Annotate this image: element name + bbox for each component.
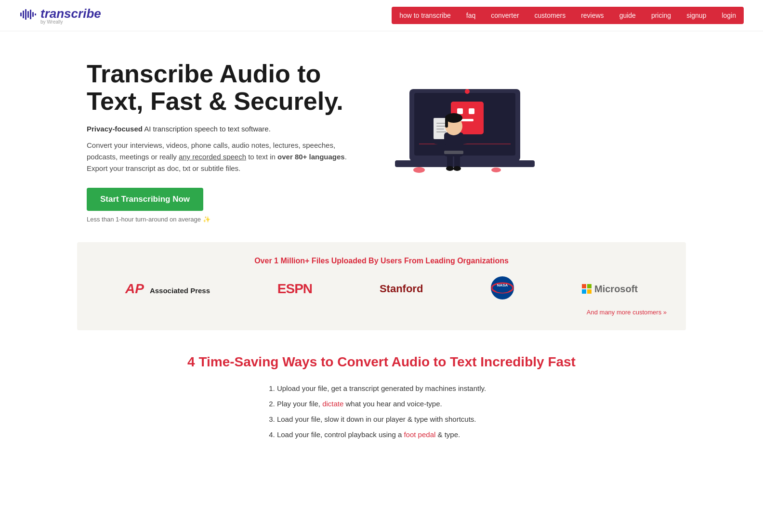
main-nav: how to transcribe faq converter customer… <box>392 7 744 24</box>
logo-nasa: NASA <box>490 276 514 302</box>
nav-item-signup[interactable]: signup <box>679 7 714 24</box>
nav-item-login[interactable]: login <box>714 7 744 24</box>
svg-rect-27 <box>444 151 463 154</box>
svg-rect-4 <box>30 10 31 19</box>
nav-item-customers[interactable]: customers <box>527 7 574 24</box>
hero-desc-bold: over 80+ languages <box>277 153 345 161</box>
svg-point-15 <box>465 89 470 94</box>
logo-icon <box>19 6 37 25</box>
logo-by: by Wreally <box>40 19 63 25</box>
hero-subtitle: Privacy-focused AI transcription speech … <box>87 125 356 133</box>
hero-description: Convert your interviews, videos, phone c… <box>87 140 356 174</box>
svg-rect-19 <box>436 129 444 130</box>
nav-item-faq[interactable]: faq <box>459 7 483 24</box>
svg-rect-20 <box>436 131 446 132</box>
foot-pedal-link[interactable]: foot pedal <box>404 430 435 439</box>
ways-section: 4 Time-Saving Ways to Convert Audio to T… <box>0 330 763 457</box>
hero-section: Transcribe Audio to Text, Fast & Securel… <box>0 31 763 242</box>
nav-item-reviews[interactable]: reviews <box>573 7 611 24</box>
svg-rect-2 <box>25 9 26 20</box>
way-item-1: Upload your file, get a transcript gener… <box>277 381 486 396</box>
way-item-4: Load your file, control playback using a… <box>277 428 486 442</box>
nav-item-pricing[interactable]: pricing <box>644 7 679 24</box>
svg-point-34 <box>491 168 501 172</box>
cta-button[interactable]: Start Transcribing Now <box>87 188 203 211</box>
logo-espn: ESPN <box>277 281 312 297</box>
header: transcribe by Wreally how to transcribe … <box>0 0 763 31</box>
hero-desc-middle: to text in <box>246 153 277 161</box>
dictate-link[interactable]: dictate <box>322 400 343 408</box>
svg-point-33 <box>413 167 425 173</box>
more-customers-link[interactable]: And many more customers » <box>96 309 667 316</box>
hero-subtitle-rest: AI transcription speech to text software… <box>143 125 271 133</box>
hero-title: Transcribe Audio to Text, Fast & Securel… <box>87 60 356 115</box>
hero-subtitle-bold: Privacy-focused <box>87 125 143 133</box>
logos-wrapper: Over 1 Million+ Files Uploaded By Users … <box>0 242 763 330</box>
logos-heading: Over 1 Million+ Files Uploaded By Users … <box>96 257 667 265</box>
ways-title: 4 Time-Saving Ways to Convert Audio to T… <box>87 354 676 370</box>
logo-ap: AP Associated Press <box>125 281 210 297</box>
hero-illustration <box>376 51 549 181</box>
svg-rect-5 <box>32 12 34 17</box>
svg-rect-12 <box>469 108 474 114</box>
svg-rect-11 <box>457 108 463 114</box>
nav-item-how-to-transcribe[interactable]: how to transcribe <box>392 7 459 24</box>
cta-note: Less than 1-hour turn-around on average … <box>87 216 356 223</box>
svg-point-25 <box>453 166 461 171</box>
way-item-2: Play your file, dictate what you hear an… <box>277 397 486 411</box>
logo-microsoft: Microsoft <box>582 284 638 295</box>
svg-rect-9 <box>395 160 535 167</box>
svg-rect-3 <box>27 11 29 18</box>
logo-link[interactable]: transcribe by Wreally <box>19 6 101 25</box>
svg-point-24 <box>446 166 454 171</box>
hero-text-block: Transcribe Audio to Text, Fast & Securel… <box>87 60 356 223</box>
svg-rect-6 <box>35 13 36 15</box>
logos-row: AP Associated Press ESPN Stanford NASA <box>96 276 667 302</box>
svg-point-38 <box>496 288 509 293</box>
ways-list: Upload your file, get a transcript gener… <box>277 381 486 443</box>
nav-item-converter[interactable]: converter <box>483 7 526 24</box>
nav-item-guide[interactable]: guide <box>612 7 644 24</box>
svg-text:NASA: NASA <box>497 283 508 287</box>
logos-section: Over 1 Million+ Files Uploaded By Users … <box>77 242 686 330</box>
svg-rect-30 <box>445 118 448 128</box>
logo-stanford: Stanford <box>380 283 423 295</box>
way-item-3: Load your file, slow it down in our play… <box>277 412 486 427</box>
svg-rect-1 <box>23 11 24 18</box>
svg-rect-0 <box>20 13 22 16</box>
any-recorded-speech-link[interactable]: any recorded speech <box>179 153 246 161</box>
